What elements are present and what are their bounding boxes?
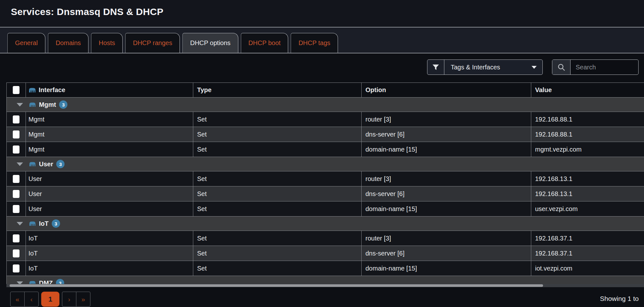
column-header-interface[interactable]: Interface xyxy=(26,83,193,97)
ethernet-icon xyxy=(29,161,36,167)
row-checkbox[interactable] xyxy=(13,249,19,257)
cell-interface: Mgmt xyxy=(26,112,193,127)
cell-option: domain-name [15] xyxy=(362,201,531,216)
pagination: « ‹ 1 › » xyxy=(10,292,90,307)
table-row: Mgmt Set router [3] 192.168.88.1 xyxy=(7,112,644,127)
pagination-last-button[interactable]: » xyxy=(76,292,90,307)
pagination-page-1-button[interactable]: 1 xyxy=(41,292,59,307)
group-name: User xyxy=(39,161,53,168)
cell-option: dns-server [6] xyxy=(362,127,531,142)
table-row: IoT Set dns-server [6] 192.168.37.1 xyxy=(7,246,644,261)
cell-value: 192.168.13.1 xyxy=(531,171,644,186)
group-count-badge: 3 xyxy=(56,160,65,168)
cell-value: 192.168.13.1 xyxy=(531,186,644,201)
column-header-option[interactable]: Option xyxy=(362,83,531,97)
content-area: Tags & Interfaces Interface Type Option … xyxy=(0,53,644,307)
tab-dhcp-boot[interactable]: DHCP boot xyxy=(241,33,288,53)
table-row: User Set router [3] 192.168.13.1 xyxy=(7,171,644,186)
group-row-iot[interactable]: IoT 3 xyxy=(7,216,644,231)
row-checkbox[interactable] xyxy=(13,115,19,123)
title-bar: Services: Dnsmasq DNS & DHCP xyxy=(0,0,644,28)
cell-interface: Mgmt xyxy=(26,142,193,157)
cell-option: router [3] xyxy=(362,231,531,246)
cell-type: Set xyxy=(193,171,362,186)
table-header-row: Interface Type Option Value xyxy=(7,83,644,98)
collapse-arrow-icon[interactable] xyxy=(17,162,23,166)
search-input[interactable] xyxy=(571,60,638,75)
row-checkbox[interactable] xyxy=(13,264,19,272)
cell-value: 192.168.88.1 xyxy=(531,127,644,142)
cell-value: user.vezpi.com xyxy=(531,201,644,216)
scrollbar-thumb[interactable] xyxy=(10,284,543,287)
cell-option: domain-name [15] xyxy=(362,261,531,276)
pagination-first-button[interactable]: « xyxy=(10,292,25,307)
cell-type: Set xyxy=(193,127,362,142)
group-row-dmz[interactable]: DMZ 3 xyxy=(7,276,644,285)
table-row: User Set domain-name [15] user.vezpi.com xyxy=(7,201,644,216)
collapse-arrow-icon[interactable] xyxy=(17,222,23,225)
group-row-mgmt[interactable]: Mgmt 3 xyxy=(7,98,644,112)
table-row: Mgmt Set domain-name [15] mgmt.vezpi.com xyxy=(7,142,644,157)
tab-hosts[interactable]: Hosts xyxy=(91,33,123,53)
column-header-value[interactable]: Value xyxy=(531,83,644,97)
group-row-user[interactable]: User 3 xyxy=(7,157,644,171)
cell-interface: User xyxy=(26,201,193,216)
cell-value: mgmt.vezpi.com xyxy=(531,142,644,157)
cell-value: 192.168.37.1 xyxy=(531,231,644,246)
ethernet-icon xyxy=(29,221,36,226)
row-checkbox[interactable] xyxy=(13,130,19,138)
chevron-down-icon xyxy=(532,66,537,69)
cell-interface: User xyxy=(26,171,193,186)
cell-value: 192.168.37.1 xyxy=(531,246,644,261)
tab-domains[interactable]: Domains xyxy=(48,33,88,53)
cell-interface: User xyxy=(26,186,193,201)
group-count-badge: 3 xyxy=(52,219,60,228)
collapse-arrow-icon[interactable] xyxy=(17,103,23,106)
cell-option: dns-server [6] xyxy=(362,186,531,201)
cell-interface: IoT xyxy=(26,231,193,246)
select-all-cell xyxy=(7,83,26,97)
row-checkbox[interactable] xyxy=(13,146,19,154)
cell-type: Set xyxy=(193,186,362,201)
tab-bar: GeneralDomainsHostsDHCP rangesDHCP optio… xyxy=(7,33,338,53)
tab-general[interactable]: General xyxy=(7,33,45,53)
search-box xyxy=(552,59,639,75)
cell-type: Set xyxy=(193,201,362,216)
table-row: User Set dns-server [6] 192.168.13.1 xyxy=(7,186,644,201)
table-body: Mgmt 3 Mgmt Set router [3] 192.168.88.1 … xyxy=(7,98,644,285)
pagination-next-button[interactable]: › xyxy=(62,292,76,307)
tab-panel: GeneralDomainsHostsDHCP rangesDHCP optio… xyxy=(0,28,644,53)
table-row: IoT Set domain-name [15] iot.vezpi.com xyxy=(7,261,644,276)
select-all-checkbox[interactable] xyxy=(13,86,19,94)
cell-value: iot.vezpi.com xyxy=(531,261,644,276)
tab-dhcp-ranges[interactable]: DHCP ranges xyxy=(125,33,180,53)
cell-type: Set xyxy=(193,112,362,127)
group-name: IoT xyxy=(39,220,49,227)
filter-icon xyxy=(427,60,444,75)
cell-option: router [3] xyxy=(362,171,531,186)
cell-type: Set xyxy=(193,231,362,246)
app-window: Services: Dnsmasq DNS & DHCP GeneralDoma… xyxy=(0,0,644,307)
row-checkbox[interactable] xyxy=(13,175,19,183)
tab-dhcp-tags[interactable]: DHCP tags xyxy=(291,33,338,53)
dhcp-options-table: Interface Type Option Value Mgmt 3 Mgmt … xyxy=(6,83,644,285)
row-checkbox[interactable] xyxy=(13,234,19,242)
search-icon xyxy=(552,60,571,75)
cell-type: Set xyxy=(193,246,362,261)
cell-type: Set xyxy=(193,142,362,157)
cell-value: 192.168.88.1 xyxy=(531,112,644,127)
column-header-type[interactable]: Type xyxy=(193,83,362,97)
horizontal-scrollbar[interactable] xyxy=(6,284,644,287)
cell-type: Set xyxy=(193,261,362,276)
row-checkbox[interactable] xyxy=(13,205,19,213)
showing-status: Showing 1 to xyxy=(600,295,639,303)
group-count-badge: 3 xyxy=(59,100,67,109)
tab-dhcp-options[interactable]: DHCP options xyxy=(182,33,238,53)
table-row: Mgmt Set dns-server [6] 192.168.88.1 xyxy=(7,127,644,142)
cell-interface: IoT xyxy=(26,246,193,261)
filter-dropdown[interactable]: Tags & Interfaces xyxy=(427,59,543,75)
group-name: Mgmt xyxy=(39,101,56,108)
filter-dropdown-label: Tags & Interfaces xyxy=(444,64,532,71)
row-checkbox[interactable] xyxy=(13,190,19,198)
pagination-prev-button[interactable]: ‹ xyxy=(24,292,39,307)
